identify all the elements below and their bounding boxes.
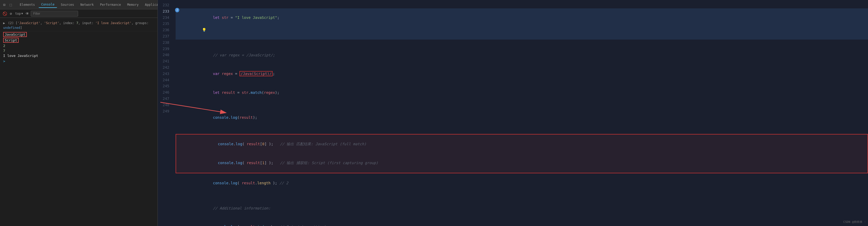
console-array-result: ▶ (2) ['JavaScript', 'Script', index: 7,… (0, 20, 157, 31)
code-232-text (182, 2, 868, 8)
console-output: ▶ (2) ['JavaScript', 'Script', index: 7,… (0, 18, 157, 226)
tab-console[interactable]: Console (39, 2, 57, 8)
tab-elements[interactable]: Elements (17, 2, 38, 8)
ln-234: 234 (158, 15, 169, 21)
code-line-242: console.log( result[1] ); // 输出 捕获组: Scr… (176, 154, 867, 172)
code-line-244 (176, 193, 868, 199)
clear-console-icon[interactable]: 🚫 (2, 11, 8, 16)
ln-239: 239 (158, 46, 169, 52)
inspect-icon[interactable]: ⊡ (2, 2, 6, 7)
script-result-box: Script (3, 38, 19, 43)
devtools-icons: ⊡ ⬚ (2, 2, 13, 7)
code-246-text: console.log( result.index ); // 7 (match… (182, 218, 868, 226)
array-result-text: (2) ['JavaScript', 'Script', index: 7, i… (3, 21, 149, 30)
ln-237: 237 (158, 33, 169, 40)
ln-246: 246 (158, 89, 169, 96)
expand-arrow[interactable]: ▶ (3, 21, 5, 25)
javascript-result-box: JavaScript (3, 32, 27, 37)
ln-241: 241 (158, 58, 169, 65)
code-line-238 (176, 102, 868, 108)
prompt-symbol: > (3, 59, 5, 63)
editor-wrapper: 232 233 234 235 236 237 238 239 240 241 … (158, 0, 868, 226)
code-238-text (182, 102, 868, 108)
result-script-line: Script (0, 37, 157, 43)
filter-input[interactable] (31, 11, 78, 16)
ln-232: 232 (158, 2, 169, 8)
ln-243: 243 (158, 71, 169, 77)
console-prompt[interactable]: > (0, 58, 157, 64)
result-javascript-line: JavaScript (0, 32, 157, 37)
code-236-text: var regex = /Java(Script)/; (182, 65, 868, 83)
code-242-text: console.log( result[1] ); // 输出 捕获组: Scr… (182, 154, 867, 172)
ln-249: 249 (158, 108, 169, 115)
code-237-text: let result = str.match(regex); (182, 83, 868, 102)
tab-sources[interactable]: Sources (58, 2, 77, 8)
device-icon[interactable]: ⬚ (8, 2, 12, 7)
ln-248: 248 (158, 102, 169, 108)
code-243-text: console.log( result.length ); // 2 (182, 174, 868, 192)
gutter-233: 2 💡 (176, 8, 182, 40)
code-line-236: var regex = /Java(Script)/; (176, 65, 868, 83)
code-line-240 (176, 127, 868, 134)
code-area: 2 💡 let str = "I love JavaScript"; // va… (174, 0, 868, 226)
ln-236: 236 (158, 27, 169, 33)
result-ilovejs: I love JavaScript (0, 53, 157, 58)
context-label: top (15, 12, 21, 15)
code-line-246: console.log( result.index ); // 7 (match… (176, 218, 868, 226)
filter-icon[interactable]: ⊘ (9, 11, 12, 16)
tab-performance[interactable]: Performance (97, 2, 123, 8)
code-244-text (182, 193, 868, 199)
code-line-233: 2 💡 let str = "I love JavaScript"; (176, 8, 868, 40)
code-241-text: console.log( result[0] ); // 输出 匹配结果: Ja… (182, 135, 867, 154)
context-select[interactable]: top ▼ (14, 11, 24, 16)
result-2: 2 (0, 43, 157, 48)
code-line-234 (176, 40, 868, 46)
devtools-panel: ⊡ ⬚ Elements Console Sources Network Per… (0, 0, 158, 226)
code-240-text (182, 127, 868, 134)
console-toolbar: 🚫 ⊘ top ▼ 👁 (0, 9, 157, 18)
code-235-text: // var regex = /JavaScript/; (182, 46, 868, 65)
ln-240: 240 (158, 52, 169, 58)
code-233-text: let str = "I love JavaScript"; (182, 8, 868, 27)
ln-238: 238 (158, 40, 169, 46)
code-line-237: let result = str.match(regex); (176, 83, 868, 102)
context-dropdown-icon: ▼ (21, 12, 23, 15)
ln-245: 245 (158, 83, 169, 89)
line-numbers: 232 233 234 235 236 237 238 239 240 241 … (158, 0, 174, 226)
editor-panel: 232 233 234 235 236 237 238 239 240 241 … (158, 0, 868, 226)
code-line-241: console.log( result[0] ); // 输出 匹配结果: Ja… (176, 135, 867, 154)
watermark: CSDN @帅帅来 · (843, 220, 866, 224)
code-line-232 (176, 2, 868, 8)
ln-235: 235 (158, 21, 169, 27)
ln-247: 247 (158, 96, 169, 102)
code-line-245: // Additional information: (176, 199, 868, 218)
regex-highlight-box: /Java(Script)/ (240, 71, 273, 76)
code-line-243: console.log( result.length ); // 2 (176, 174, 868, 192)
breakpoint-badge: 2 (175, 8, 179, 12)
ln-244: 244 (158, 77, 169, 83)
tab-memory[interactable]: Memory (125, 2, 141, 8)
eye-icon[interactable]: 👁 (26, 11, 29, 16)
result-7: 7 (0, 48, 157, 53)
lightbulb-icon[interactable]: 💡 (202, 28, 206, 32)
code-line-235: // var regex = /JavaScript/; (176, 46, 868, 65)
ln-233: 233 (158, 8, 169, 15)
code-234-text (182, 40, 868, 46)
console-log-box: console.log( result[0] ); // 输出 匹配结果: Ja… (176, 134, 868, 174)
code-245-text: // Additional information: (182, 199, 868, 218)
ln-242: 242 (158, 65, 169, 71)
tab-network[interactable]: Network (78, 2, 96, 8)
code-line-239: console.log(result); (176, 108, 868, 127)
code-239-text: console.log(result); (182, 108, 868, 127)
devtools-tabs: ⊡ ⬚ Elements Console Sources Network Per… (0, 0, 157, 9)
